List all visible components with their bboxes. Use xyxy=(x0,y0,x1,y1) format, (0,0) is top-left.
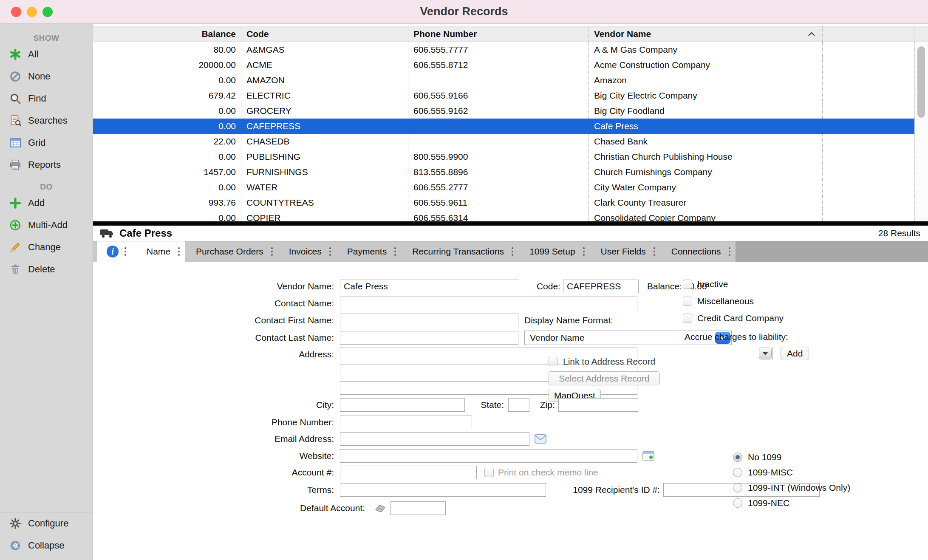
sidebar-item-reports[interactable]: Reports xyxy=(0,154,93,176)
zoom-window-button[interactable] xyxy=(42,7,53,17)
contact-last-name-input[interactable] xyxy=(340,331,518,345)
blank-cell xyxy=(823,42,914,57)
inactive-checkbox[interactable] xyxy=(683,280,692,289)
email-address-input[interactable] xyxy=(340,432,529,446)
vertical-scrollbar[interactable] xyxy=(914,42,928,221)
sidebar-item-searches[interactable]: Searches xyxy=(0,110,93,132)
none-icon xyxy=(8,70,22,83)
miscellaneous-checkbox[interactable] xyxy=(683,297,692,306)
1099-nec-radio[interactable] xyxy=(733,498,742,508)
tab-drag-handle[interactable] xyxy=(271,247,273,256)
column-header-code[interactable]: Code xyxy=(241,26,408,42)
tab-drag-handle[interactable] xyxy=(583,247,585,256)
table-row[interactable]: 0.00PUBLISHING800.555.9900Christian Chur… xyxy=(93,149,928,164)
column-header-balance[interactable]: Balance xyxy=(93,26,241,42)
credit-card-company-checkbox[interactable] xyxy=(683,314,692,323)
table-row[interactable]: 0.00CAFEPRESSCafe Press xyxy=(93,119,928,134)
tab-drag-handle[interactable] xyxy=(178,247,180,256)
scrollbar-thumb[interactable] xyxy=(917,46,925,118)
tab-drag-handle[interactable] xyxy=(729,247,730,256)
accrue-liability-row: Accrue charges to liability: xyxy=(685,332,788,342)
tab-payments[interactable]: Payments xyxy=(336,241,401,262)
table-row[interactable]: 20000.00ACME606.555.8712Acme Constructio… xyxy=(93,57,928,73)
vendor-name-cell: Christian Church Publishing House xyxy=(589,149,823,164)
table-row[interactable]: 22.00CHASEDBChased Bank xyxy=(93,134,928,149)
column-header-phone-number[interactable]: Phone Number xyxy=(408,26,589,42)
table-row[interactable]: 80.00A&MGAS606.555.7777A & M Gas Company xyxy=(93,42,928,57)
tab-user-fields[interactable]: User Fields xyxy=(590,241,660,262)
tab-drag-handle[interactable] xyxy=(124,247,126,256)
sidebar-item-add[interactable]: Add xyxy=(0,192,93,214)
city-input[interactable] xyxy=(340,398,465,412)
account-lookup-icon[interactable] xyxy=(374,504,386,512)
tab-drag-handle[interactable] xyxy=(512,247,513,256)
checkbox-row-miscellaneous: Miscellaneous xyxy=(683,297,784,306)
sidebar-item-collapse[interactable]: Collapse xyxy=(0,535,93,557)
miscellaneous-label: Miscellaneous xyxy=(697,296,754,306)
tab-drag-handle[interactable] xyxy=(394,247,396,256)
sidebar-item-configure[interactable]: Configure xyxy=(0,512,93,535)
checkbox-row-credit-card-company: Credit Card Company xyxy=(683,314,784,323)
sidebar-item-find[interactable]: Find xyxy=(0,88,93,110)
table-row[interactable]: 1457.00FURNISHINGS813.555.8896Church Fur… xyxy=(93,164,928,180)
print-check-memo-checkbox[interactable] xyxy=(484,468,494,477)
table-row[interactable]: 0.00COPIER606.555.6314Consolidated Copie… xyxy=(93,210,928,221)
link-to-address-checkbox[interactable] xyxy=(549,357,558,366)
recipient-id-label: 1099 Recipient's ID #: xyxy=(552,485,660,495)
phone-number-input[interactable] xyxy=(340,416,472,429)
tab-invoices[interactable]: Invoices xyxy=(278,241,336,262)
state-input[interactable] xyxy=(508,398,529,412)
1099-misc-radio[interactable] xyxy=(733,468,742,477)
account-number-input[interactable] xyxy=(340,466,477,479)
website-icon[interactable] xyxy=(642,451,654,461)
table-row[interactable]: 0.00GROCERY606.555.9162Big City Foodland xyxy=(93,103,928,119)
terms-input[interactable] xyxy=(340,483,546,497)
vendor-name-input[interactable] xyxy=(340,280,519,293)
balance-cell: 0.00 xyxy=(93,180,241,195)
table-row[interactable]: 0.00AMAZONAmazon xyxy=(93,73,928,88)
tab-1099-setup[interactable]: 1099 Setup xyxy=(518,241,589,262)
tab-drag-handle[interactable] xyxy=(329,247,331,256)
tab-connections[interactable]: Connections xyxy=(660,241,736,262)
tab-name[interactable]: Name xyxy=(136,241,185,262)
contact-first-name-input[interactable] xyxy=(340,314,518,327)
default-account-input[interactable] xyxy=(390,501,446,515)
table-row[interactable]: 0.00WATER606.555.2777City Water Company xyxy=(93,180,928,195)
address-label: Address: xyxy=(93,349,334,359)
section-divider xyxy=(93,221,928,226)
sidebar: SHOWAllNoneFindSearchesGridReportsDOAddM… xyxy=(0,24,93,560)
sidebar-item-all[interactable]: All xyxy=(0,43,93,65)
minimize-window-button[interactable] xyxy=(27,7,37,17)
sidebar-item-delete[interactable]: Delete xyxy=(0,258,93,280)
zip-input[interactable] xyxy=(558,398,638,412)
select-address-record-button[interactable]: Select Address Record xyxy=(549,371,660,385)
contact-first-name-label: Contact First Name: xyxy=(93,315,334,325)
vendor-name-cell: Big City Foodland xyxy=(589,103,823,119)
vendor-name-cell: Cafe Press xyxy=(589,119,823,134)
accrue-liability-select[interactable] xyxy=(683,347,773,360)
tab-purchase-orders[interactable]: Purchase Orders xyxy=(185,241,278,262)
tab-drag-handle[interactable] xyxy=(654,247,655,256)
email-icon[interactable] xyxy=(535,434,546,444)
info-tab[interactable]: i xyxy=(97,241,136,262)
phone-cell: 606.555.9162 xyxy=(408,103,589,119)
tab-recurring-transactions[interactable]: Recurring Transactions xyxy=(401,241,518,262)
close-window-button[interactable] xyxy=(11,7,21,17)
table-row[interactable]: 679.42ELECTRIC606.555.9166Big City Elect… xyxy=(93,88,928,103)
1099-int-windows-only-radio[interactable] xyxy=(733,483,742,492)
code-cell: PUBLISHING xyxy=(241,149,408,164)
contact-name-input[interactable] xyxy=(340,297,637,310)
code-input[interactable] xyxy=(563,280,639,293)
sidebar-item-change[interactable]: Change xyxy=(0,236,93,258)
sidebar-item-multi-add[interactable]: Multi-Add xyxy=(0,214,93,236)
sort-ascending-icon xyxy=(808,32,815,37)
sidebar-item-none[interactable]: None xyxy=(0,65,93,88)
sidebar-item-label: Searches xyxy=(28,115,68,126)
no-1099-radio[interactable] xyxy=(733,453,742,462)
column-header-vendor-name[interactable]: Vendor Name xyxy=(589,26,823,42)
website-input[interactable] xyxy=(340,449,637,463)
sidebar-item-grid[interactable]: Grid xyxy=(0,132,93,154)
vendor-table: BalanceCodePhone NumberVendor Name 80.00… xyxy=(93,26,928,221)
table-row[interactable]: 993.76COUNTYTREAS606.555.9611Clark Count… xyxy=(93,195,928,210)
accrue-add-button[interactable]: Add xyxy=(781,347,809,360)
